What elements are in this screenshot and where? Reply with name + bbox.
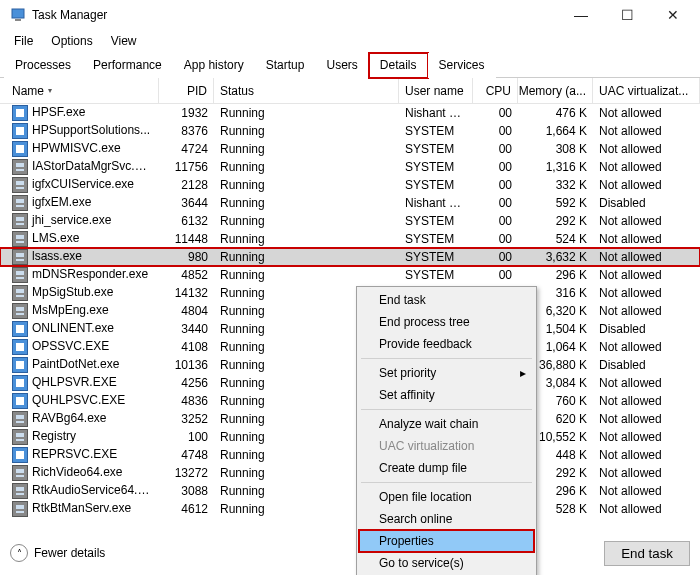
process-mem: 1,316 K [518,160,593,174]
ctx-dump[interactable]: Create dump file [359,457,534,479]
process-icon [12,447,28,463]
table-row[interactable]: ONLINENT.exe3440Running1,504 KDisabled [0,320,700,338]
menu-view[interactable]: View [103,32,145,50]
process-uac: Not allowed [593,106,700,120]
ctx-openloc[interactable]: Open file location [359,486,534,508]
process-name: HPWMISVC.exe [32,141,121,155]
ctx-feedback[interactable]: Provide feedback [359,333,534,355]
end-task-button[interactable]: End task [604,541,690,566]
ctx-affinity[interactable]: Set affinity [359,384,534,406]
table-row[interactable]: MsMpEng.exe4804Running6,320 KNot allowed [0,302,700,320]
ctx-analyze[interactable]: Analyze wait chain [359,413,534,435]
ctx-properties[interactable]: Properties [359,530,534,552]
table-row[interactable]: LMS.exe11448RunningSYSTEM00524 KNot allo… [0,230,700,248]
process-icon [12,375,28,391]
col-uac[interactable]: UAC virtualizat... [593,78,700,103]
chevron-up-icon: ˄ [10,544,28,562]
menu-file[interactable]: File [6,32,41,50]
fewer-details-toggle[interactable]: ˄ Fewer details [10,544,105,562]
process-user: SYSTEM [399,142,473,156]
process-icon [12,249,28,265]
col-pid[interactable]: PID [159,78,214,103]
col-name[interactable]: Name [6,78,159,103]
fewer-details-label: Fewer details [34,546,105,560]
table-row[interactable]: lsass.exe980RunningSYSTEM003,632 KNot al… [0,248,700,266]
col-mem[interactable]: Memory (a... [518,78,593,103]
svg-rect-1 [15,19,21,21]
table-row[interactable]: RAVBg64.exe3252Running620 KNot allowed [0,410,700,428]
separator [361,358,532,359]
process-name: Registry [32,429,76,443]
close-button[interactable]: ✕ [650,0,696,30]
col-user[interactable]: User name [399,78,473,103]
process-pid: 3440 [159,322,214,336]
tab-performance[interactable]: Performance [82,53,173,78]
process-mem: 292 K [518,214,593,228]
tab-startup[interactable]: Startup [255,53,316,78]
process-name: RtkBtManServ.exe [32,501,131,515]
ctx-endtask[interactable]: End task [359,289,534,311]
process-uac: Not allowed [593,286,700,300]
table-row[interactable]: HPWMISVC.exe4724RunningSYSTEM00308 KNot … [0,140,700,158]
process-pid: 11448 [159,232,214,246]
process-user: SYSTEM [399,232,473,246]
process-name: QHLPSVR.EXE [32,375,117,389]
process-cpu: 00 [473,106,518,120]
menu-options[interactable]: Options [43,32,100,50]
process-icon [12,267,28,283]
process-user: SYSTEM [399,214,473,228]
table-row[interactable]: RichVideo64.exe13272Running292 KNot allo… [0,464,700,482]
maximize-button[interactable]: ☐ [604,0,650,30]
table-row[interactable]: PaintDotNet.exe10136Running36,880 KDisab… [0,356,700,374]
process-name: OPSSVC.EXE [32,339,109,353]
minimize-button[interactable]: — [558,0,604,30]
table-row[interactable]: igfxCUIService.exe2128RunningSYSTEM00332… [0,176,700,194]
table-row[interactable]: MpSigStub.exe14132Running316 KNot allowe… [0,284,700,302]
process-icon [12,105,28,121]
table-row[interactable]: igfxEM.exe3644RunningNishant G...00592 K… [0,194,700,212]
tab-details[interactable]: Details [369,53,428,78]
table-row[interactable]: REPRSVC.EXE4748Running448 KNot allowed [0,446,700,464]
process-user: SYSTEM [399,124,473,138]
process-cpu: 00 [473,250,518,264]
process-icon [12,429,28,445]
process-mem: 1,664 K [518,124,593,138]
process-icon [12,303,28,319]
table-row[interactable]: jhi_service.exe6132RunningSYSTEM00292 KN… [0,212,700,230]
table-row[interactable]: QHLPSVR.EXE4256Running3,084 KNot allowed [0,374,700,392]
process-name: lsass.exe [32,249,82,263]
table-row[interactable]: QUHLPSVC.EXE4836Running760 KNot allowed [0,392,700,410]
process-pid: 1932 [159,106,214,120]
ctx-gotosvc[interactable]: Go to service(s) [359,552,534,574]
process-icon [12,501,28,517]
process-icon [12,339,28,355]
table-row[interactable]: HPSupportSolutions...8376RunningSYSTEM00… [0,122,700,140]
ctx-search[interactable]: Search online [359,508,534,530]
process-pid: 4748 [159,448,214,462]
ctx-endtree[interactable]: End process tree [359,311,534,333]
process-name: igfxEM.exe [32,195,91,209]
process-cpu: 00 [473,268,518,282]
tab-services[interactable]: Services [428,53,496,78]
table-row[interactable]: HPSF.exe1932RunningNishant G...00476 KNo… [0,104,700,122]
process-mem: 332 K [518,178,593,192]
table-row[interactable]: RtkAudioService64.exe3088Running296 KNot… [0,482,700,500]
table-row[interactable]: Registry100Running10,552 KNot allowed [0,428,700,446]
tab-users[interactable]: Users [315,53,368,78]
process-uac: Not allowed [593,268,700,282]
titlebar[interactable]: Task Manager — ☐ ✕ [0,0,700,30]
table-row[interactable]: RtkBtManServ.exe4612Running528 KNot allo… [0,500,700,518]
process-status: Running [214,106,399,120]
process-user: Nishant G... [399,106,473,120]
process-icon [12,465,28,481]
table-row[interactable]: mDNSResponder.exe4852RunningSYSTEM00296 … [0,266,700,284]
col-status[interactable]: Status [214,78,399,103]
process-uac: Not allowed [593,214,700,228]
tab-processes[interactable]: Processes [4,53,82,78]
table-row[interactable]: OPSSVC.EXE4108Running1,064 KNot allowed [0,338,700,356]
col-cpu[interactable]: CPU [473,78,518,103]
ctx-priority[interactable]: Set priority [359,362,534,384]
table-row[interactable]: IAStorDataMgrSvc.exe11756RunningSYSTEM00… [0,158,700,176]
tab-apphistory[interactable]: App history [173,53,255,78]
process-icon [12,483,28,499]
